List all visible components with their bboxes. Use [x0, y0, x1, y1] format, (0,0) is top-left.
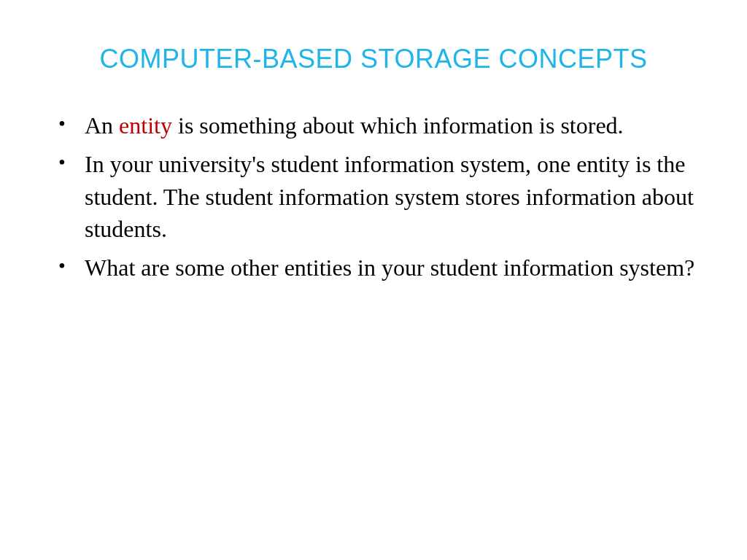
- bullet-1-highlight: entity: [119, 112, 172, 139]
- bullet-2-text: In your university's student information…: [85, 151, 694, 243]
- slide-title: COMPUTER-BASED STORAGE CONCEPTS: [44, 44, 703, 74]
- bullet-1-text-post: is something about which information is …: [172, 112, 624, 139]
- bullet-item-3: What are some other entities in your stu…: [58, 252, 703, 284]
- bullet-3-text: What are some other entities in your stu…: [85, 254, 694, 281]
- bullet-item-2: In your university's student information…: [58, 148, 703, 246]
- bullet-1-text-pre: An: [85, 112, 119, 139]
- bullet-list: An entity is something about which infor…: [44, 109, 703, 284]
- bullet-item-1: An entity is something about which infor…: [58, 109, 703, 142]
